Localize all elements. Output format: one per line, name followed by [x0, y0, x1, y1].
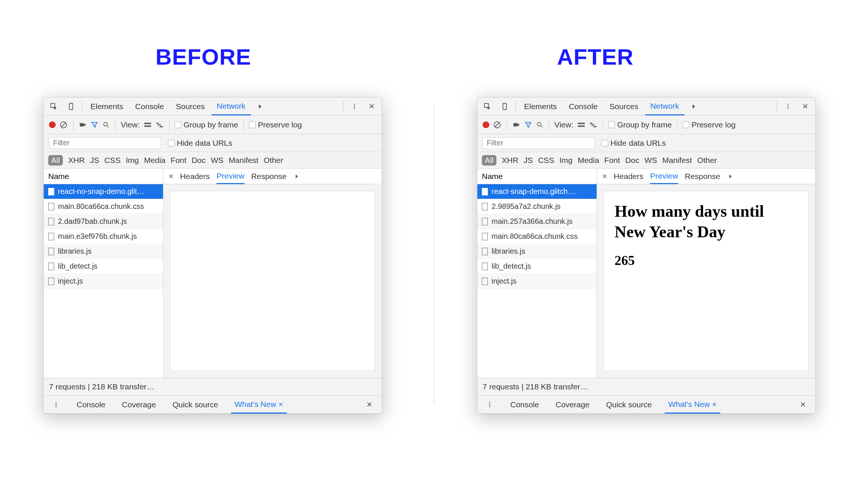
tab-console[interactable]: Console: [564, 98, 603, 115]
more-tabs-icon[interactable]: [252, 103, 268, 110]
drawer-menu-icon[interactable]: [482, 401, 498, 408]
camera-icon[interactable]: [512, 121, 520, 128]
record-icon[interactable]: [49, 121, 56, 128]
drawer-console[interactable]: Console: [73, 396, 109, 413]
filter-manifest[interactable]: Manifest: [662, 156, 692, 165]
close-drawer-icon[interactable]: ×: [795, 399, 811, 410]
tab-console[interactable]: Console: [130, 98, 169, 115]
request-row[interactable]: lib_detect.js: [44, 259, 163, 274]
tab-headers[interactable]: Headers: [180, 169, 210, 184]
filter-js[interactable]: JS: [524, 156, 533, 165]
request-row[interactable]: main.80ca66ca.chunk.css: [44, 199, 163, 214]
tab-preview[interactable]: Preview: [216, 169, 244, 184]
close-tab-icon[interactable]: ×: [278, 400, 283, 409]
kebab-menu-icon[interactable]: [347, 103, 362, 110]
record-icon[interactable]: [483, 121, 489, 128]
request-row[interactable]: main.e3ef976b.chunk.js: [44, 229, 163, 244]
close-detail-icon[interactable]: ×: [169, 172, 173, 181]
waterfall-icon[interactable]: [589, 121, 597, 128]
tab-headers[interactable]: Headers: [614, 169, 643, 184]
filter-xhr[interactable]: XHR: [68, 156, 84, 165]
filter-img[interactable]: Img: [126, 156, 139, 165]
filter-doc[interactable]: Doc: [192, 156, 206, 165]
name-column-header[interactable]: Name: [477, 169, 597, 184]
clear-icon[interactable]: [59, 121, 68, 129]
tab-network[interactable]: Network: [645, 98, 684, 115]
request-row[interactable]: libraries.js: [477, 244, 597, 259]
filter-icon[interactable]: [524, 121, 532, 129]
request-row[interactable]: inject.js: [44, 274, 163, 289]
request-row[interactable]: inject.js: [477, 274, 597, 289]
filter-all[interactable]: All: [48, 155, 63, 166]
filter-input[interactable]: [49, 137, 161, 149]
more-detail-tabs-icon[interactable]: [727, 173, 734, 180]
request-row[interactable]: react-no-snap-demo.glit…: [44, 184, 163, 199]
hide-data-urls-checkbox[interactable]: Hide data URLs: [601, 139, 666, 148]
request-row[interactable]: 2.dad97bab.chunk.js: [44, 214, 163, 229]
request-row[interactable]: main.257a366a.chunk.js: [477, 214, 597, 229]
request-row[interactable]: 2.9895a7a2.chunk.js: [477, 199, 597, 214]
filter-ws[interactable]: WS: [211, 156, 224, 165]
name-column-header[interactable]: Name: [44, 169, 163, 184]
device-icon[interactable]: [63, 102, 79, 111]
preserve-log-checkbox[interactable]: Preserve log: [683, 120, 736, 129]
tab-elements[interactable]: Elements: [85, 98, 129, 115]
request-row[interactable]: lib_detect.js: [477, 259, 597, 274]
inspect-icon[interactable]: [480, 102, 495, 111]
device-icon[interactable]: [497, 102, 513, 111]
close-drawer-icon[interactable]: ×: [361, 399, 377, 410]
drawer-coverage[interactable]: Coverage: [118, 396, 160, 413]
group-by-frame-checkbox[interactable]: Group by frame: [608, 120, 672, 129]
large-rows-icon[interactable]: [144, 121, 152, 128]
request-row[interactable]: main.80ca66ca.chunk.css: [477, 229, 597, 244]
filter-input[interactable]: [483, 137, 595, 149]
camera-icon[interactable]: [79, 121, 87, 128]
tab-preview[interactable]: Preview: [650, 169, 678, 184]
tab-network[interactable]: Network: [212, 98, 251, 115]
drawer-whats-new[interactable]: What's New ×: [665, 396, 720, 414]
close-detail-icon[interactable]: ×: [602, 172, 607, 181]
filter-other[interactable]: Other: [264, 156, 283, 165]
tab-sources[interactable]: Sources: [171, 98, 210, 115]
hide-data-urls-checkbox[interactable]: Hide data URLs: [168, 139, 232, 148]
drawer-quick-source[interactable]: Quick source: [169, 396, 222, 413]
kebab-menu-icon[interactable]: [780, 103, 796, 110]
filter-js[interactable]: JS: [90, 156, 99, 165]
drawer-quick-source[interactable]: Quick source: [602, 396, 656, 413]
close-devtools-icon[interactable]: ×: [364, 101, 379, 112]
filter-doc[interactable]: Doc: [625, 156, 639, 165]
filter-manifest[interactable]: Manifest: [229, 156, 258, 165]
filter-xhr[interactable]: XHR: [502, 156, 518, 165]
tab-elements[interactable]: Elements: [519, 98, 562, 115]
close-devtools-icon[interactable]: ×: [797, 101, 813, 112]
filter-css[interactable]: CSS: [538, 156, 554, 165]
group-by-frame-checkbox[interactable]: Group by frame: [175, 120, 238, 129]
filter-css[interactable]: CSS: [104, 156, 120, 165]
search-icon[interactable]: [102, 121, 110, 129]
waterfall-icon[interactable]: [156, 121, 164, 128]
filter-ws[interactable]: WS: [644, 156, 657, 165]
drawer-coverage[interactable]: Coverage: [552, 396, 593, 413]
filter-media[interactable]: Media: [144, 156, 165, 165]
drawer-menu-icon[interactable]: [48, 401, 64, 408]
filter-all[interactable]: All: [482, 155, 496, 166]
drawer-console[interactable]: Console: [507, 396, 543, 413]
tab-response[interactable]: Response: [251, 169, 287, 184]
request-row[interactable]: react-snap-demo.glitch.…: [477, 184, 597, 199]
filter-media[interactable]: Media: [578, 156, 599, 165]
request-row[interactable]: libraries.js: [44, 244, 163, 259]
drawer-whats-new[interactable]: What's New ×: [231, 396, 287, 414]
filter-font[interactable]: Font: [604, 156, 620, 165]
tab-response[interactable]: Response: [685, 169, 720, 184]
close-tab-icon[interactable]: ×: [712, 400, 717, 409]
more-detail-tabs-icon[interactable]: [293, 173, 300, 180]
preserve-log-checkbox[interactable]: Preserve log: [249, 120, 302, 129]
tab-sources[interactable]: Sources: [604, 98, 644, 115]
large-rows-icon[interactable]: [577, 121, 585, 128]
inspect-icon[interactable]: [46, 102, 62, 111]
filter-font[interactable]: Font: [171, 156, 187, 165]
filter-other[interactable]: Other: [697, 156, 717, 165]
clear-icon[interactable]: [493, 121, 501, 129]
filter-img[interactable]: Img: [559, 156, 572, 165]
filter-icon[interactable]: [90, 121, 99, 129]
